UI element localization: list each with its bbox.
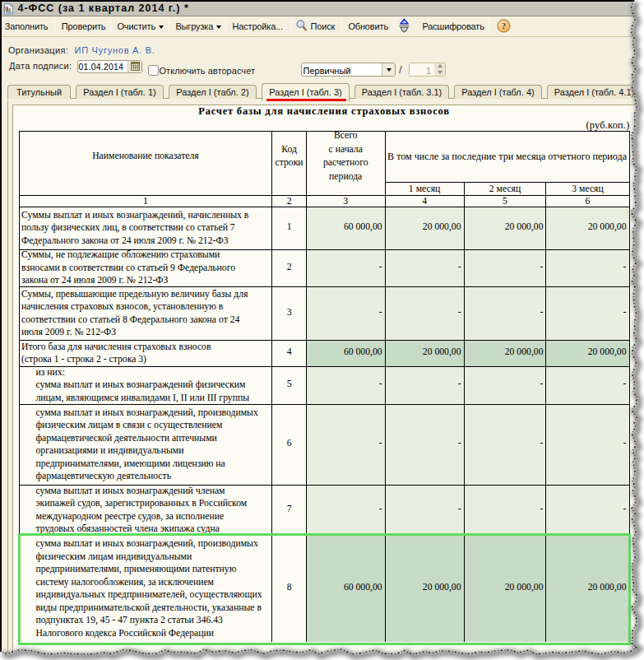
tab-razdel1-tabl2[interactable]: Раздел I (табл. 2): [169, 85, 257, 99]
header-colnum-3[interactable]: 3: [306, 195, 385, 207]
search-icon: [295, 19, 308, 34]
settings-button[interactable]: Настройка...: [229, 17, 286, 35]
organization-value-link[interactable]: ИП Чугунов А. В.: [75, 45, 155, 56]
fill-button[interactable]: Заполнить: [2, 17, 52, 35]
row-6-value-3[interactable]: -: [464, 404, 546, 485]
spinner-down-button[interactable]: [438, 71, 442, 74]
tab-razdel1-tabl1[interactable]: Раздел I (табл. 1): [76, 85, 164, 99]
tabstrip: ТитульныйРаздел I (табл. 1)Раздел I (таб…: [7, 83, 642, 102]
row-4-value-4[interactable]: 20 000,00: [546, 340, 629, 366]
report-kind-value: Первичный: [303, 66, 351, 76]
row-6-name[interactable]: сумма выплат и иных вознаграждений, прои…: [19, 404, 272, 485]
row-7-value-1[interactable]: -: [306, 485, 385, 535]
row-5-code[interactable]: 5: [272, 366, 306, 404]
row-6-value-1[interactable]: -: [306, 404, 385, 485]
report-kind-select[interactable]: Первичный: [301, 63, 396, 77]
row-1-value-1[interactable]: 60 000,00: [306, 207, 385, 249]
window-titlebar[interactable]: 4-ФСС (за 1 квартал 2014 г.) *: [0, 0, 644, 16]
upload-button[interactable]: Выгрузка: [172, 17, 224, 35]
header-colnum-1[interactable]: 1: [19, 195, 272, 207]
row-8-value-1[interactable]: 60 000,00: [306, 535, 385, 642]
window-title: 4-ФСС (за 1 квартал 2014 г.) *: [18, 2, 189, 15]
row-2-value-1[interactable]: -: [306, 249, 385, 286]
row-7-code[interactable]: 7: [272, 485, 306, 535]
row-5-value-1[interactable]: -: [306, 366, 385, 404]
row-8-value-2[interactable]: 20 000,00: [385, 535, 464, 642]
row-4-value-2[interactable]: 20 000,00: [385, 340, 464, 366]
row-3-code[interactable]: 3: [272, 286, 306, 340]
row-1-value-3[interactable]: 20 000,00: [464, 207, 546, 249]
row-6-value-4[interactable]: -: [546, 404, 629, 485]
row-5-value-2[interactable]: -: [385, 366, 464, 404]
header-spacer[interactable]: [272, 182, 306, 195]
tab-label: Раздел I (табл. 1): [83, 87, 155, 97]
header-spacer[interactable]: [19, 182, 272, 195]
row-6-value-2[interactable]: -: [385, 404, 464, 485]
row-1-code[interactable]: 1: [272, 207, 306, 249]
spreadsheet-panel[interactable]: Расчет базы для начисления страховых взн…: [12, 105, 644, 660]
row-5-value-3[interactable]: -: [464, 366, 546, 404]
header-spacer[interactable]: [306, 182, 385, 195]
header-months-group[interactable]: В том числе за последние три месяца отче…: [385, 131, 629, 182]
row-1-value-2[interactable]: 20 000,00: [385, 207, 464, 249]
row-2-code[interactable]: 2: [272, 249, 306, 286]
row-7-value-3[interactable]: -: [464, 485, 546, 535]
refresh-button[interactable]: Обновить: [345, 17, 391, 35]
header-month-3[interactable]: 3 месяц: [546, 182, 629, 195]
header-total[interactable]: Всего с начала расчетного периода: [306, 131, 385, 182]
row-2-value-4[interactable]: -: [546, 249, 629, 286]
sort-button[interactable]: [395, 17, 414, 35]
tab-titulnyj[interactable]: Титульный: [7, 85, 71, 99]
row-2-value-2[interactable]: -: [385, 249, 464, 286]
decrypt-button[interactable]: Расшифровать: [419, 17, 487, 35]
tab-razdel1-tabl4[interactable]: Раздел I (табл. 4): [454, 85, 542, 99]
header-colnum-4[interactable]: 4: [385, 195, 464, 207]
row-8-value-3[interactable]: 20 000,00: [464, 535, 546, 642]
row-4-value-3[interactable]: 20 000,00: [464, 340, 546, 366]
tab-razdel1-tabl3[interactable]: Раздел I (табл. 3): [262, 83, 350, 102]
row-6-code[interactable]: 6: [272, 404, 306, 485]
row-3-value-4[interactable]: -: [546, 286, 629, 340]
row-2-value-3[interactable]: -: [464, 249, 546, 286]
header-name[interactable]: Наименование показателя: [19, 131, 272, 182]
row-5-name[interactable]: из них: сумма выплат и иных вознагражден…: [19, 366, 272, 404]
row-2-name[interactable]: Суммы, не подлежащие обложению страховым…: [19, 249, 272, 286]
help-button[interactable]: ?: [493, 17, 514, 35]
row-3-value-1[interactable]: -: [306, 286, 385, 340]
header-colnum-6[interactable]: 6: [546, 195, 629, 207]
tab-razdel1-tabl3-1[interactable]: Раздел I (табл. 3.1): [354, 85, 449, 99]
row-5-value-4[interactable]: -: [546, 366, 629, 404]
row-4-code[interactable]: 4: [272, 340, 306, 366]
row-3-value-2[interactable]: -: [385, 286, 464, 340]
row-1-name[interactable]: Суммы выплат и иных вознаграждений, начи…: [19, 207, 272, 249]
sign-date-input[interactable]: 01.04.2014: [77, 60, 142, 73]
autocalc-checkbox[interactable]: [148, 65, 159, 76]
header-month-1[interactable]: 1 месяц: [385, 182, 464, 195]
header-colnum-2[interactable]: 2: [272, 195, 306, 207]
spinner-up-button[interactable]: [438, 64, 442, 67]
row-8-name[interactable]: сумма выплат и иных вознаграждений, прои…: [19, 535, 272, 642]
row-3-name[interactable]: Суммы, превышающие предельную величину б…: [19, 286, 272, 340]
tab-razdel1-tabl4-1[interactable]: Раздел I (табл. 4.1): [547, 85, 642, 99]
correction-number-input[interactable]: 1: [409, 63, 446, 77]
cell-text: Код строки: [272, 143, 305, 170]
header-colnum-5[interactable]: 5: [464, 195, 546, 207]
row-7-name[interactable]: сумма выплат и иных вознаграждений члена…: [19, 485, 272, 535]
row-3-value-3[interactable]: -: [464, 286, 546, 340]
clear-button[interactable]: Очистить: [114, 17, 166, 35]
row-7-value-4[interactable]: -: [546, 485, 629, 535]
check-button[interactable]: Проверить: [58, 17, 109, 35]
toolbar-separator: [110, 19, 111, 35]
row-4-name[interactable]: Итого база для начисления страховых взно…: [19, 340, 272, 366]
calendar-button[interactable]: [127, 61, 141, 72]
number-spinner[interactable]: [434, 63, 445, 77]
combo-dropdown-button[interactable]: [382, 63, 395, 77]
header-month-2[interactable]: 2 месяц: [464, 182, 546, 195]
header-code[interactable]: Код строки: [272, 131, 306, 182]
row-4-value-1[interactable]: 60 000,00: [306, 340, 385, 366]
row-7-value-2[interactable]: -: [385, 485, 464, 535]
search-button[interactable]: Поиск: [292, 17, 338, 35]
row-8-code[interactable]: 8: [272, 535, 306, 642]
row-1-value-4[interactable]: 20 000,00: [546, 207, 629, 249]
row-8-value-4[interactable]: 20 000,00: [546, 535, 629, 642]
